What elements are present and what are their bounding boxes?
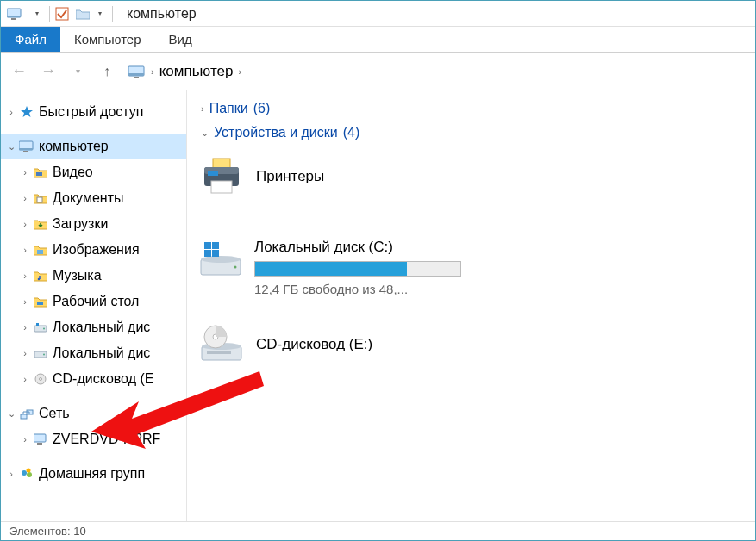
explorer-window: ▾ ▾ компьютер Файл Компьютер Вид ← → ▾ ↑…	[0, 0, 756, 541]
nav-label: Изображения	[53, 242, 140, 258]
status-bar: Элементов: 10	[1, 521, 755, 540]
svg-rect-22	[21, 414, 27, 419]
svg-point-35	[201, 256, 241, 263]
chevron-right-icon[interactable]: ›	[18, 167, 32, 177]
chevron-right-icon[interactable]: ›	[18, 245, 32, 255]
chevron-right-icon[interactable]: ›	[4, 107, 18, 117]
devices-row-1: Принтеры	[197, 149, 745, 296]
nav-label: Документы	[53, 190, 123, 206]
drive-usage-fill	[255, 262, 407, 276]
ribbon: Файл Компьютер Вид	[1, 27, 755, 53]
nav-homegroup[interactable]: › Домашняя групп	[1, 461, 186, 487]
back-button[interactable]: ←	[8, 60, 30, 83]
navigation-pane: › Быстрый доступ ⌄ компьютер › Видео	[1, 90, 187, 521]
tab-computer[interactable]: Компьютер	[60, 27, 155, 52]
item-printers[interactable]: Принтеры	[197, 149, 456, 204]
group-label: Папки	[209, 101, 248, 116]
chevron-down-icon[interactable]: ⌄	[4, 408, 18, 420]
group-folders[interactable]: › Папки (6)	[201, 101, 745, 116]
content-pane: › Папки (6) ⌄ Устройства и диски (4)	[187, 90, 755, 521]
address-bar[interactable]: › компьютер ›	[125, 59, 748, 84]
svg-rect-39	[212, 242, 219, 249]
svg-point-28	[27, 469, 31, 473]
address-segment-computer[interactable]: компьютер	[156, 63, 237, 80]
svg-point-36	[234, 266, 237, 269]
drive-info: Локальный диск (C:) 12,4 ГБ свободно из …	[254, 239, 461, 296]
svg-rect-33	[208, 171, 218, 176]
qat-properties[interactable]	[53, 5, 71, 22]
group-count: (4)	[343, 125, 360, 140]
nav-cd-drive[interactable]: › CD-дисковод (E	[1, 366, 186, 392]
chevron-right-icon[interactable]: ›	[18, 270, 32, 281]
nav-music[interactable]: › Музыка	[1, 263, 186, 289]
item-cd-drive[interactable]: CD-дисковод (E:)	[197, 317, 456, 372]
forward-button[interactable]: →	[37, 60, 59, 83]
chevron-right-icon[interactable]: ›	[4, 469, 18, 479]
computer-icon	[32, 433, 49, 445]
tab-view[interactable]: Вид	[155, 27, 206, 52]
chevron-right-icon[interactable]: ›	[18, 374, 32, 384]
star-icon	[18, 105, 35, 119]
nav-documents[interactable]: › Документы	[1, 185, 186, 211]
devices-row-2: CD-дисковод (E:)	[197, 317, 745, 372]
network-icon	[18, 407, 35, 420]
qat-dropdown-2[interactable]: ▾	[91, 5, 109, 22]
address-row: ← → ▾ ↑ › компьютер ›	[1, 53, 755, 90]
chevron-right-icon[interactable]: ›	[18, 296, 32, 307]
status-item-count: Элементов: 10	[9, 525, 86, 538]
svg-rect-38	[204, 250, 211, 257]
chevron-down-icon: ⌄	[201, 127, 209, 139]
drive-usage-bar	[254, 261, 461, 277]
nav-network-pc[interactable]: › ZVERDVD-I42RF	[1, 426, 186, 452]
chevron-right-icon[interactable]: ›	[18, 322, 32, 333]
drive-icon	[32, 321, 49, 333]
chevron-right-icon[interactable]: ›	[151, 66, 154, 77]
chevron-right-icon[interactable]: ›	[18, 219, 32, 229]
svg-rect-24	[34, 434, 46, 442]
recent-dropdown[interactable]: ▾	[66, 60, 89, 83]
nav-local-disk-1[interactable]: › Локальный дис	[1, 314, 186, 340]
qat-dropdown-1[interactable]: ▾	[28, 5, 46, 22]
nav-network[interactable]: ⌄ Сеть	[1, 401, 186, 426]
nav-pictures[interactable]: › Изображения	[1, 237, 186, 263]
up-button[interactable]: ↑	[96, 60, 118, 83]
computer-icon	[18, 140, 35, 152]
folder-downloads-icon	[32, 218, 49, 230]
nav-videos[interactable]: › Видео	[1, 159, 186, 185]
nav-desktop[interactable]: › Рабочий стол	[1, 289, 186, 314]
nav-label: Локальный дис	[53, 320, 150, 335]
svg-point-27	[27, 472, 32, 477]
folder-pictures-icon	[32, 244, 49, 256]
nav-computer[interactable]: ⌄ компьютер	[1, 134, 186, 159]
nav-local-disk-2[interactable]: › Локальный дис	[1, 340, 186, 366]
printer-icon	[197, 156, 246, 197]
homegroup-icon	[18, 467, 35, 481]
chevron-right-icon[interactable]: ›	[18, 348, 32, 358]
drive-free-text: 12,4 ГБ свободно из 48,...	[254, 282, 461, 296]
folder-video-icon	[32, 166, 49, 178]
tab-file[interactable]: Файл	[1, 27, 60, 52]
nav-label: CD-дисковод (E	[53, 371, 153, 387]
svg-rect-43	[207, 351, 231, 354]
nav-label: Рабочий стол	[53, 294, 139, 309]
chevron-right-icon[interactable]: ›	[18, 434, 32, 445]
cd-drive-icon	[197, 324, 246, 365]
qat-new-folder[interactable]	[74, 5, 91, 22]
nav-downloads[interactable]: › Загрузки	[1, 211, 186, 237]
drive-icon	[32, 347, 49, 359]
folder-music-icon	[32, 270, 49, 282]
svg-rect-2	[11, 18, 16, 20]
address-root-icon[interactable]	[125, 65, 149, 78]
svg-rect-11	[37, 197, 42, 202]
group-devices[interactable]: ⌄ Устройства и диски (4)	[201, 125, 745, 140]
item-local-disk-c[interactable]: Локальный диск (C:) 12,4 ГБ свободно из …	[197, 239, 465, 296]
chevron-right-icon[interactable]: ›	[238, 66, 241, 77]
svg-rect-25	[37, 443, 42, 445]
nav-quick-access[interactable]: › Быстрый доступ	[1, 99, 186, 125]
svg-point-13	[38, 278, 41, 281]
nav-label: Загрузки	[53, 216, 108, 232]
chevron-right-icon[interactable]: ›	[18, 193, 32, 203]
svg-rect-6	[134, 77, 139, 78]
chevron-down-icon[interactable]: ⌄	[4, 141, 18, 152]
svg-rect-9	[23, 151, 28, 152]
